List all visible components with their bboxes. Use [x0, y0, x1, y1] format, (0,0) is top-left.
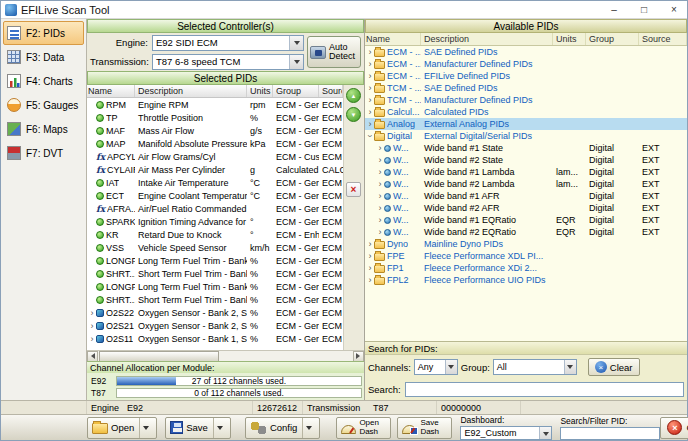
scrollbar-left-button[interactable] — [87, 351, 98, 362]
selected-pid-row[interactable]: ›O2S21Oxygen Sensor - Bank 2, Sens...%EC… — [87, 319, 343, 332]
expand-chevron-icon[interactable]: › — [376, 144, 384, 152]
config-button[interactable]: Config — [245, 417, 320, 439]
expand-chevron-icon[interactable]: › — [376, 192, 384, 200]
remove-pid-button[interactable] — [346, 182, 361, 197]
selected-pid-row[interactable]: ›IATIntake Air Temperature°CECM - Generi… — [87, 176, 343, 189]
expand-chevron-icon[interactable]: › — [366, 108, 374, 116]
expand-chevron-icon[interactable]: › — [366, 276, 374, 284]
selected-pid-row[interactable]: ›O2S22Oxygen Sensor - Bank 2, Sens...%EC… — [87, 306, 343, 319]
horizontal-scrollbar[interactable] — [87, 350, 364, 361]
config-dropdown-arrow-icon[interactable] — [302, 418, 315, 438]
expand-chevron-icon[interactable]: › — [376, 156, 384, 164]
available-pid-row[interactable]: ›W...Wide band #1 AFRDigitalEXT — [365, 190, 687, 202]
save-dash-button[interactable]: Save Dash — [397, 417, 452, 439]
available-pid-row[interactable]: ›W...Wide band #1 StateDigitalEXT — [365, 142, 687, 154]
available-pid-row[interactable]: ›FPL2Fleece Performance UIO PIDs — [365, 274, 687, 286]
available-pid-row[interactable]: ›Calcul...Calculated PIDs — [365, 106, 687, 118]
available-pid-row[interactable]: ›TCM - ...Manufacturer Defined PIDs — [365, 94, 687, 106]
expand-chevron-icon[interactable]: › — [366, 240, 374, 248]
selected-pid-row[interactable]: ›fxAPCYL...Air Flow Grams/CylECM - Custo… — [87, 150, 343, 163]
selected-pid-row[interactable]: ›fxCYLAIRAir Mass Per CylindergCalculate… — [87, 163, 343, 176]
column-header-group[interactable]: Group — [273, 85, 319, 97]
expand-chevron-icon[interactable]: › — [366, 96, 374, 104]
save-button[interactable]: Save — [165, 417, 231, 439]
expand-chevron-icon[interactable]: › — [366, 264, 374, 272]
channels-combobox[interactable]: Any — [414, 359, 458, 375]
available-pid-row[interactable]: ›W...Wide band #2 Lambdalam...DigitalEXT — [365, 178, 687, 190]
available-pid-row[interactable]: ›FPEFleece Performance XDL PI... — [365, 250, 687, 262]
move-pid-up-button[interactable] — [346, 88, 361, 103]
expand-chevron-icon[interactable]: › — [366, 120, 374, 128]
column-header-description[interactable]: Description — [135, 85, 247, 97]
open-dash-button[interactable]: Open Dash — [336, 417, 391, 439]
save-dropdown-arrow-icon[interactable] — [213, 418, 226, 438]
available-pid-row[interactable]: ›ECM - ...SAE Defined PIDs — [365, 46, 687, 58]
expand-chevron-icon[interactable]: › — [366, 72, 374, 80]
available-pid-row[interactable]: ›W...Wide band #2 StateDigitalEXT — [365, 154, 687, 166]
available-pid-row[interactable]: ›DigitalExternal Digital/Serial PIDs — [365, 130, 687, 142]
dashboard-combobox[interactable]: E92_Custom — [460, 426, 552, 440]
column-header-description[interactable]: Description — [421, 33, 553, 45]
column-header-units[interactable]: Units — [553, 33, 586, 45]
sidebar-tab-gauges[interactable]: F5: Gauges — [3, 93, 84, 117]
expand-chevron-icon[interactable]: › — [366, 60, 374, 68]
selected-pid-row[interactable]: ›VSSVehicle Speed Sensorkm/hECM - Generi… — [87, 241, 343, 254]
scrollbar-thumb[interactable] — [99, 351, 219, 362]
expand-chevron-icon[interactable]: › — [366, 132, 374, 140]
selected-pid-row[interactable]: ›MAPManifold Absolute PressurekPaECM - G… — [87, 137, 343, 150]
available-pid-row[interactable]: ›W...Wide band #2 EQRatioEQRDigitalEXT — [365, 226, 687, 238]
auto-detect-button[interactable]: Auto Detect — [307, 36, 361, 68]
expand-chevron-icon[interactable]: › — [88, 322, 96, 330]
selected-pid-row[interactable]: ›KRRetard Due to Knock°ECM - Enhan...ECM — [87, 228, 343, 241]
filter-input[interactable] — [560, 427, 660, 440]
close-button[interactable]: Close — [660, 417, 688, 439]
expand-chevron-icon[interactable]: › — [366, 48, 374, 56]
available-pid-row[interactable]: ›W...Wide band #2 AFRDigitalEXT — [365, 202, 687, 214]
column-header-units[interactable]: Units — [247, 85, 273, 97]
transmission-combobox[interactable]: T87 6-8 speed TCM — [152, 54, 304, 70]
expand-chevron-icon[interactable]: › — [376, 228, 384, 236]
available-pid-row[interactable]: ›DynoMainline Dyno PIDs — [365, 238, 687, 250]
sidebar-tab-data[interactable]: F3: Data — [3, 45, 84, 69]
sidebar-tab-maps[interactable]: F6: Maps — [3, 117, 84, 141]
search-input[interactable] — [405, 382, 684, 397]
available-pid-row[interactable]: ›FP1Fleece Performance XDi 2... — [365, 262, 687, 274]
maximize-button[interactable]: □ — [631, 1, 657, 18]
selected-pid-row[interactable]: ›RPMEngine RPMrpmECM - GenericECM — [87, 98, 343, 111]
expand-chevron-icon[interactable]: › — [88, 335, 96, 343]
selected-pid-row[interactable]: ›fxAFRA...Air/Fuel Ratio CommandedECM - … — [87, 202, 343, 215]
selected-pid-row[interactable]: ›SHRT...Short Term Fuel Trim - Bank 2%EC… — [87, 267, 343, 280]
sidebar-tab-charts[interactable]: F4: Charts — [3, 69, 84, 93]
expand-chevron-icon[interactable]: › — [376, 204, 384, 212]
selected-pid-row[interactable]: ›LONGF...Long Term Fuel Trim - Bank 2%EC… — [87, 254, 343, 267]
selected-pid-row[interactable]: ›MAFMass Air Flowg/sECM - GenericECM — [87, 124, 343, 137]
open-button[interactable]: Open — [87, 417, 157, 439]
engine-combobox[interactable]: E92 SIDI ECM — [152, 35, 304, 51]
clear-button[interactable]: Clear — [588, 358, 640, 376]
expand-chevron-icon[interactable]: › — [366, 252, 374, 260]
move-pid-down-button[interactable] — [346, 107, 361, 122]
expand-chevron-icon[interactable]: › — [376, 180, 384, 188]
expand-chevron-icon[interactable]: › — [376, 168, 384, 176]
available-pid-row[interactable]: ›ECM - ...Manufacturer Defined PIDs — [365, 58, 687, 70]
sidebar-tab-dvt[interactable]: F7: DVT — [3, 141, 84, 165]
minimize-button[interactable]: – — [601, 1, 627, 18]
available-pid-row[interactable]: ›AnalogExternal Analog PIDs — [365, 118, 687, 130]
column-header-group[interactable]: Group — [586, 33, 639, 45]
selected-pid-row[interactable]: ›SPARK...Ignition Timing Advance for C..… — [87, 215, 343, 228]
column-header-name[interactable]: Name — [365, 33, 421, 45]
selected-pid-row[interactable]: ›TPThrottle Position%ECM - GenericECM — [87, 111, 343, 124]
available-pid-row[interactable]: ›ECM - ...EFILive Defined PIDs — [365, 70, 687, 82]
column-header-source[interactable]: Source — [639, 33, 687, 45]
expand-chevron-icon[interactable]: › — [376, 216, 384, 224]
expand-chevron-icon[interactable]: › — [366, 84, 374, 92]
selected-pid-row[interactable]: ›ECTEngine Coolant Temperature°CECM - Ge… — [87, 189, 343, 202]
available-pid-row[interactable]: ›TCM - ...SAE Defined PIDs — [365, 82, 687, 94]
selected-pid-row[interactable]: ›SHRT...Short Term Fuel Trim - Bank 1%EC… — [87, 293, 343, 306]
close-window-button[interactable]: × — [661, 1, 687, 18]
column-header-source[interactable]: Source — [319, 85, 343, 97]
expand-chevron-icon[interactable]: › — [88, 309, 96, 317]
selected-pid-row[interactable]: ›LONGF...Long Term Fuel Trim - Bank 1%EC… — [87, 280, 343, 293]
open-dropdown-arrow-icon[interactable] — [139, 418, 152, 438]
selected-pid-row[interactable]: ›O2S11Oxygen Sensor - Bank 1, Sens...%EC… — [87, 332, 343, 345]
